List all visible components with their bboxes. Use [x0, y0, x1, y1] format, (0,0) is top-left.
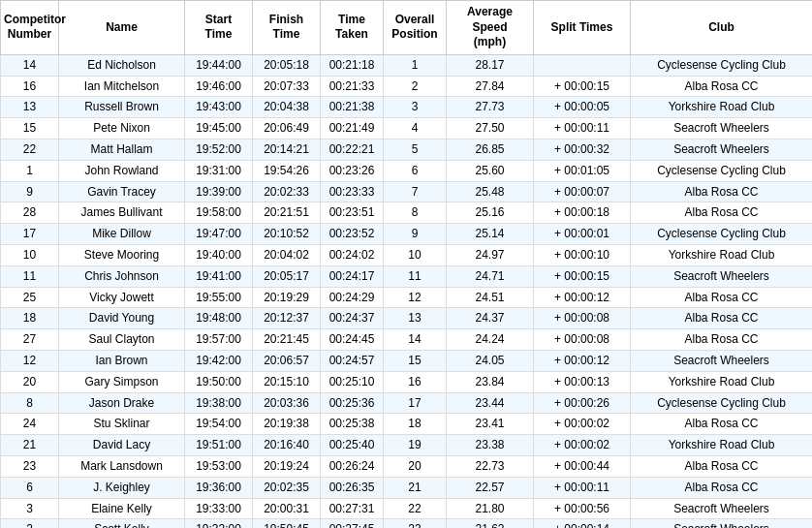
table-cell: Seacroft Wheelers [631, 118, 813, 140]
table-cell: Vicky Jowett [59, 287, 185, 308]
table-cell: 19:45:00 [185, 118, 253, 140]
column-header: Name [59, 1, 185, 55]
table-cell: 1 [1, 160, 59, 181]
table-cell: Cyclesense Cycling Club [631, 54, 813, 76]
table-cell: 20:10:52 [253, 224, 321, 245]
table-cell: 10 [384, 244, 447, 265]
table-cell: + 00:00:10 [534, 244, 631, 265]
table-cell: 19:54:00 [185, 414, 253, 435]
table-cell: 27.84 [447, 76, 534, 97]
table-cell: 23.44 [447, 392, 534, 414]
table-cell: 19:50:00 [185, 371, 253, 392]
table-cell: 27.50 [447, 118, 534, 140]
table-cell: Alba Rosa CC [631, 414, 813, 435]
table-cell: 00:25:38 [321, 414, 384, 435]
table-cell: 25 [1, 287, 59, 308]
table-cell: Yorkshire Road Club [631, 435, 813, 456]
table-row: 28James Bullivant19:58:0020:21:5100:23:5… [1, 202, 813, 224]
table-cell: 10 [1, 244, 59, 265]
table-cell: 22 [1, 139, 59, 160]
table-cell: Pete Nixon [59, 118, 185, 140]
table-cell: 20:21:51 [253, 202, 321, 224]
table-cell: 21.62 [447, 519, 534, 528]
table-cell: J. Keighley [59, 477, 185, 498]
table-row: 9Gavin Tracey19:39:0020:02:3300:23:33725… [1, 181, 813, 202]
column-header: FinishTime [253, 1, 321, 55]
table-cell: 25.48 [447, 181, 534, 202]
table-cell: 13 [384, 308, 447, 329]
table-cell: 21.80 [447, 498, 534, 519]
table-cell: David Lacy [59, 435, 185, 456]
table-cell: Saul Clayton [59, 329, 185, 351]
table-cell: + 00:00:07 [534, 181, 631, 202]
table-cell: 19:47:00 [185, 224, 253, 245]
table-cell: Alba Rosa CC [631, 202, 813, 224]
table-cell: 19:39:00 [185, 181, 253, 202]
column-header: Split Times [534, 1, 631, 55]
table-cell: 00:23:26 [321, 160, 384, 181]
table-row: 22Matt Hallam19:52:0020:14:2100:22:21526… [1, 139, 813, 160]
table-cell: Yorkshire Road Club [631, 244, 813, 265]
table-cell: 27.73 [447, 97, 534, 118]
table-cell: 20:04:02 [253, 244, 321, 265]
table-cell: 17 [384, 392, 447, 414]
table-cell: Alba Rosa CC [631, 329, 813, 351]
table-cell: 26.85 [447, 139, 534, 160]
table-cell: 16 [1, 76, 59, 97]
table-cell: 19:42:00 [185, 350, 253, 371]
table-cell: 19:52:00 [185, 139, 253, 160]
column-header: Average Speed(mph) [447, 1, 534, 55]
table-cell: 20:19:38 [253, 414, 321, 435]
table-cell: Mike Dillow [59, 224, 185, 245]
table-cell: 25.16 [447, 202, 534, 224]
table-cell: + 00:00:01 [534, 224, 631, 245]
table-cell: + 00:00:15 [534, 76, 631, 97]
table-cell: 20:02:33 [253, 181, 321, 202]
table-cell: 12 [1, 350, 59, 371]
table-row: 13Russell Brown19:43:0020:04:3800:21:383… [1, 97, 813, 118]
table-row: 23Mark Lansdown19:53:0020:19:2400:26:242… [1, 455, 813, 477]
table-row: 10Steve Mooring19:40:0020:04:0200:24:021… [1, 244, 813, 265]
table-cell: 20:05:18 [253, 54, 321, 76]
column-header: OverallPosition [384, 1, 447, 55]
table-cell: Chris Johnson [59, 265, 185, 287]
table-cell: 20:04:38 [253, 97, 321, 118]
table-cell: Mark Lansdown [59, 455, 185, 477]
table-cell: 23.84 [447, 371, 534, 392]
table-row: 8Jason Drake19:38:0020:03:3600:25:361723… [1, 392, 813, 414]
table-cell: 19 [384, 435, 447, 456]
table-cell: 9 [1, 181, 59, 202]
table-cell: 19:54:26 [253, 160, 321, 181]
table-cell: Ian Mitchelson [59, 76, 185, 97]
table-cell: 14 [384, 329, 447, 351]
table-row: 15Pete Nixon19:45:0020:06:4900:21:49427.… [1, 118, 813, 140]
table-cell: 11 [384, 265, 447, 287]
table-cell: Alba Rosa CC [631, 455, 813, 477]
table-cell: 24.05 [447, 350, 534, 371]
table-cell: James Bullivant [59, 202, 185, 224]
table-cell: 20:00:31 [253, 498, 321, 519]
table-cell: Seacroft Wheelers [631, 265, 813, 287]
table-cell: 3 [1, 498, 59, 519]
table-cell: Jason Drake [59, 392, 185, 414]
table-cell: 00:21:18 [321, 54, 384, 76]
table-cell: 20:03:36 [253, 392, 321, 414]
table-cell: 12 [384, 287, 447, 308]
table-cell: 00:23:33 [321, 181, 384, 202]
table-cell: 20:16:40 [253, 435, 321, 456]
table-cell: 17 [1, 224, 59, 245]
table-cell: Matt Hallam [59, 139, 185, 160]
table-cell: Stu Sklinar [59, 414, 185, 435]
table-cell: 6 [384, 160, 447, 181]
table-cell: 22.57 [447, 477, 534, 498]
table-cell: 20:21:45 [253, 329, 321, 351]
table-cell: 1 [384, 54, 447, 76]
table-cell: 00:21:38 [321, 97, 384, 118]
table-cell: 13 [1, 97, 59, 118]
table-cell: 3 [384, 97, 447, 118]
results-table: CompetitorNumberNameStartTimeFinishTimeT… [0, 0, 812, 528]
table-row: 1John Rowland19:31:0019:54:2600:23:26625… [1, 160, 813, 181]
column-header: StartTime [185, 1, 253, 55]
table-cell: 28 [1, 202, 59, 224]
table-cell: 19:53:00 [185, 455, 253, 477]
